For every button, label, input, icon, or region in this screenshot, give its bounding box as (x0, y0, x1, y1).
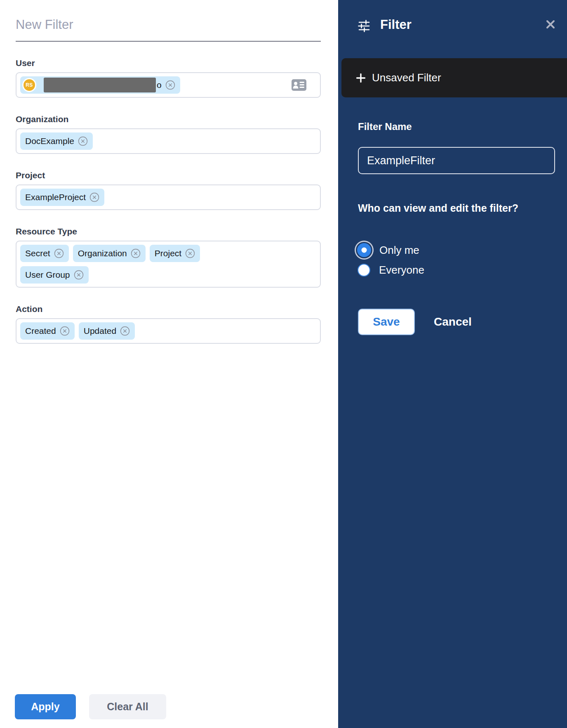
filter-chip: DocExample (20, 132, 93, 150)
plus-icon (355, 73, 366, 83)
chip-row: DocExample (20, 132, 316, 150)
chip-remove-icon[interactable] (89, 192, 99, 202)
chip-label: Organization (78, 248, 127, 258)
filter-chip: Project (150, 245, 200, 262)
unsaved-filter-label: Unsaved Filter (372, 71, 441, 84)
chip-label: ExampleProject (25, 192, 86, 202)
permission-radio-group: Only me Everyone (356, 242, 424, 278)
filter-chip: Organization (73, 245, 146, 262)
chip-remove-icon[interactable] (120, 326, 130, 336)
filter-name-input[interactable] (358, 147, 555, 174)
organization-input[interactable]: DocExample (16, 128, 321, 154)
action-label: Action (16, 304, 321, 314)
chip-label: Updated (84, 326, 116, 336)
chip-label: User Group (25, 270, 70, 280)
chip-remove-icon[interactable] (185, 248, 195, 258)
user-input[interactable]: RS P o (16, 72, 321, 98)
organization-label: Organization (16, 114, 321, 124)
radio-everyone[interactable]: Everyone (356, 262, 424, 278)
chip-remove-icon[interactable] (60, 326, 70, 336)
page-title: New Filter (16, 17, 321, 42)
bottom-actions: Apply Clear All (15, 694, 166, 719)
unsaved-filter-item[interactable]: Unsaved Filter (341, 58, 567, 97)
chip-remove-icon[interactable] (165, 80, 175, 90)
new-filter-content: New Filter User RS P o (0, 0, 338, 344)
new-filter-panel: New Filter User RS P o (0, 0, 338, 728)
chip-remove-icon[interactable] (78, 136, 88, 146)
radio-button-icon[interactable] (357, 243, 371, 257)
save-button[interactable]: Save (358, 309, 415, 335)
cancel-button[interactable]: Cancel (434, 309, 472, 335)
project-input[interactable]: ExampleProject (16, 184, 321, 210)
filter-screen: New Filter User RS P o (0, 0, 567, 728)
permission-question: Who can view and edit the filter? (358, 202, 518, 214)
section-project: Project ExampleProject (16, 170, 321, 210)
section-resource-type: Resource Type SecretOrganizationProjectU… (16, 227, 321, 288)
chip-remove-icon[interactable] (74, 270, 84, 280)
chip-label: Secret (25, 248, 50, 258)
chip-row: RS P o (20, 76, 316, 94)
project-label: Project (16, 170, 321, 180)
chip-row: CreatedUpdated (20, 322, 316, 340)
filter-chip: Created (20, 322, 75, 340)
user-label: User (16, 58, 321, 68)
apply-button[interactable]: Apply (15, 694, 76, 719)
user-chip-name: P o (43, 78, 162, 92)
chip-row: SecretOrganizationProject (20, 245, 316, 262)
chip-remove-icon[interactable] (131, 248, 141, 258)
action-input[interactable]: CreatedUpdated (16, 318, 321, 344)
chip-label: Project (155, 248, 181, 258)
chip-row: User Group (20, 266, 316, 284)
avatar: RS (22, 78, 36, 92)
chip-label: DocExample (25, 136, 74, 146)
filter-chip: ExampleProject (20, 189, 104, 206)
resource-type-label: Resource Type (16, 227, 321, 236)
filter-chip: Secret (20, 245, 69, 262)
sliders-icon (357, 19, 371, 33)
sidebar-title: Filter (380, 17, 412, 32)
chip-label: Created (25, 326, 56, 336)
user-chip: RS P o (20, 76, 180, 94)
radio-label: Everyone (379, 264, 424, 277)
section-action: Action CreatedUpdated (16, 304, 321, 344)
radio-button-icon[interactable] (358, 264, 370, 277)
radio-only-me[interactable]: Only me (356, 242, 424, 258)
section-user: User RS P o (16, 58, 321, 98)
filter-sidebar: Filter Unsaved Filter Filter Name Who ca… (338, 0, 567, 728)
section-organization: Organization DocExample (16, 114, 321, 154)
radio-label: Only me (379, 244, 419, 257)
filter-name-label: Filter Name (358, 121, 412, 132)
clear-all-button[interactable]: Clear All (89, 694, 166, 719)
contact-card-icon[interactable] (291, 79, 307, 91)
redaction-bar (44, 78, 156, 92)
close-icon[interactable] (545, 19, 556, 30)
filter-chip: User Group (20, 266, 89, 284)
chip-remove-icon[interactable] (54, 248, 64, 258)
chip-row: ExampleProject (20, 189, 316, 206)
filter-chip: Updated (79, 322, 135, 340)
resource-type-input[interactable]: SecretOrganizationProjectUser Group (16, 241, 321, 288)
user-name-suffix: o (157, 80, 162, 90)
